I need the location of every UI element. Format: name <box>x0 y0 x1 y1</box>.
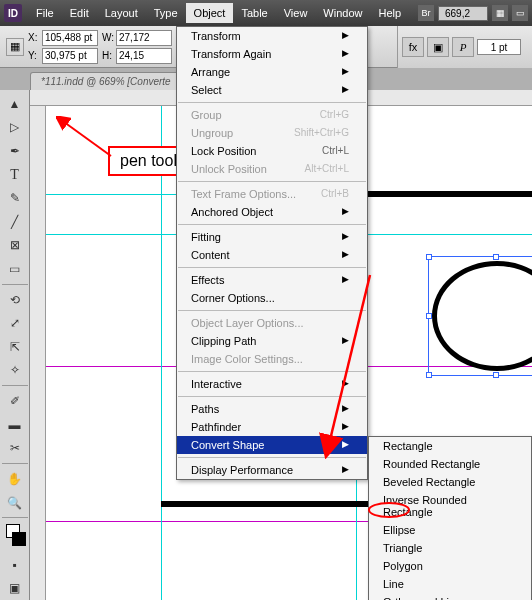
menu-item-transform[interactable]: Transform▶ <box>177 27 367 45</box>
menu-item-ungroup: UngroupShift+Ctrl+G <box>177 124 367 142</box>
toolbox: ▲ ▷ ✒ T ✎ ╱ ⊠ ▭ ⟲ ⤢ ⇱ ✧ ✐ ▬ ✂ ✋ 🔍 ▪ ▣ <box>0 90 30 600</box>
menu-item-display-performance[interactable]: Display Performance▶ <box>177 461 367 479</box>
w-label: W: <box>102 32 114 43</box>
convert-shape-submenu: RectangleRounded RectangleBeveled Rectan… <box>368 436 532 600</box>
scale-tool[interactable]: ⤢ <box>2 312 28 334</box>
separator <box>2 517 28 518</box>
gradient-tool[interactable]: ▬ <box>2 414 28 436</box>
menu-item-lock-position[interactable]: Lock PositionCtrl+L <box>177 142 367 160</box>
stroke-weight-input[interactable] <box>477 39 521 55</box>
direct-selection-tool[interactable]: ▷ <box>2 117 28 139</box>
wrap-icon[interactable]: ▣ <box>427 37 449 57</box>
x-input[interactable] <box>42 30 98 46</box>
menu-type[interactable]: Type <box>146 3 186 23</box>
menu-item-fitting[interactable]: Fitting▶ <box>177 228 367 246</box>
object-menu: Transform▶Transform Again▶Arrange▶Select… <box>176 26 368 480</box>
fx-icon[interactable]: fx <box>402 37 424 57</box>
selection-tool[interactable]: ▲ <box>2 93 28 115</box>
document-tab[interactable]: *111.indd @ 669% [Converte <box>30 72 182 90</box>
menu-help[interactable]: Help <box>370 3 409 23</box>
menu-view[interactable]: View <box>276 3 316 23</box>
screen-icon[interactable]: ▭ <box>512 5 528 21</box>
menubar: FileEditLayoutTypeObjectTableViewWindowH… <box>28 3 409 23</box>
menu-item-unlock-position: Unlock PositionAlt+Ctrl+L <box>177 160 367 178</box>
menu-object[interactable]: Object <box>186 3 234 23</box>
submenu-item-ellipse[interactable]: Ellipse <box>369 521 531 539</box>
selection-box <box>428 256 532 376</box>
bridge-icon[interactable]: Br <box>418 5 434 21</box>
rectangle-tool[interactable]: ▭ <box>2 258 28 280</box>
ruler-vertical <box>30 106 46 600</box>
y-label: Y: <box>28 50 40 61</box>
submenu-item-rectangle[interactable]: Rectangle <box>369 437 531 455</box>
menu-item-select[interactable]: Select▶ <box>177 81 367 99</box>
menu-separator <box>178 371 366 372</box>
submenu-item-orthogonal-line[interactable]: Orthogonal Line <box>369 593 531 600</box>
free-transform-tool[interactable]: ✧ <box>2 360 28 382</box>
svg-line-0 <box>64 122 111 156</box>
zoom-tool[interactable]: 🔍 <box>2 492 28 514</box>
menu-separator <box>178 267 366 268</box>
shear-tool[interactable]: ⇱ <box>2 336 28 358</box>
menu-separator <box>178 224 366 225</box>
pen-tool[interactable]: ✒ <box>2 140 28 162</box>
separator <box>2 463 28 464</box>
menu-item-effects[interactable]: Effects▶ <box>177 271 367 289</box>
menu-item-transform-again[interactable]: Transform Again▶ <box>177 45 367 63</box>
menu-file[interactable]: File <box>28 3 62 23</box>
menu-separator <box>178 181 366 182</box>
paragraph-style-icon[interactable]: P <box>452 37 474 57</box>
menu-edit[interactable]: Edit <box>62 3 97 23</box>
menu-item-arrange[interactable]: Arrange▶ <box>177 63 367 81</box>
submenu-item-polygon[interactable]: Polygon <box>369 557 531 575</box>
right-panel: fx ▣ P <box>397 26 532 68</box>
menu-layout[interactable]: Layout <box>97 3 146 23</box>
menu-item-pathfinder[interactable]: Pathfinder▶ <box>177 418 367 436</box>
menu-separator <box>178 396 366 397</box>
hand-tool[interactable]: ✋ <box>2 468 28 490</box>
menu-separator <box>178 457 366 458</box>
menu-item-group: GroupCtrl+G <box>177 106 367 124</box>
app-icon: ID <box>4 4 22 22</box>
eyedropper-tool[interactable]: ✐ <box>2 390 28 412</box>
submenu-item-rounded-rectangle[interactable]: Rounded Rectangle <box>369 455 531 473</box>
submenu-item-inverse-rounded-rectangle[interactable]: Inverse Rounded Rectangle <box>369 491 531 521</box>
y-input[interactable] <box>42 48 98 64</box>
ref-point-icon[interactable]: ▦ <box>6 38 24 56</box>
menu-item-interactive[interactable]: Interactive▶ <box>177 375 367 393</box>
scissors-tool[interactable]: ✂ <box>2 438 28 460</box>
menu-separator <box>178 310 366 311</box>
type-tool[interactable]: T <box>2 164 28 186</box>
line-tool[interactable]: ╱ <box>2 211 28 233</box>
menu-separator <box>178 102 366 103</box>
menu-item-paths[interactable]: Paths▶ <box>177 400 367 418</box>
menu-item-corner-options-[interactable]: Corner Options... <box>177 289 367 307</box>
menu-item-text-frame-options-: Text Frame Options...Ctrl+B <box>177 185 367 203</box>
w-input[interactable] <box>116 30 172 46</box>
view-mode-icon[interactable]: ▣ <box>2 577 28 599</box>
fill-stroke-swatch[interactable] <box>2 522 28 551</box>
apply-color-icon[interactable]: ▪ <box>2 554 28 576</box>
separator <box>2 284 28 285</box>
separator <box>2 385 28 386</box>
menu-item-convert-shape[interactable]: Convert Shape▶ <box>177 436 367 454</box>
menu-item-clipping-path[interactable]: Clipping Path▶ <box>177 332 367 350</box>
submenu-item-line[interactable]: Line <box>369 575 531 593</box>
pencil-tool[interactable]: ✎ <box>2 187 28 209</box>
view-icon[interactable]: ▦ <box>492 5 508 21</box>
x-label: X: <box>28 32 40 43</box>
submenu-item-triangle[interactable]: Triangle <box>369 539 531 557</box>
menu-table[interactable]: Table <box>233 3 275 23</box>
menu-window[interactable]: Window <box>315 3 370 23</box>
submenu-item-beveled-rectangle[interactable]: Beveled Rectangle <box>369 473 531 491</box>
menu-item-anchored-object[interactable]: Anchored Object▶ <box>177 203 367 221</box>
zoom-field[interactable] <box>438 6 488 21</box>
titlebar: ID FileEditLayoutTypeObjectTableViewWind… <box>0 0 532 26</box>
menu-item-object-layer-options-: Object Layer Options... <box>177 314 367 332</box>
h-input[interactable] <box>116 48 172 64</box>
h-label: H: <box>102 50 114 61</box>
rectangle-frame-tool[interactable]: ⊠ <box>2 235 28 257</box>
rotate-tool[interactable]: ⟲ <box>2 289 28 311</box>
menu-item-image-color-settings-: Image Color Settings... <box>177 350 367 368</box>
menu-item-content[interactable]: Content▶ <box>177 246 367 264</box>
